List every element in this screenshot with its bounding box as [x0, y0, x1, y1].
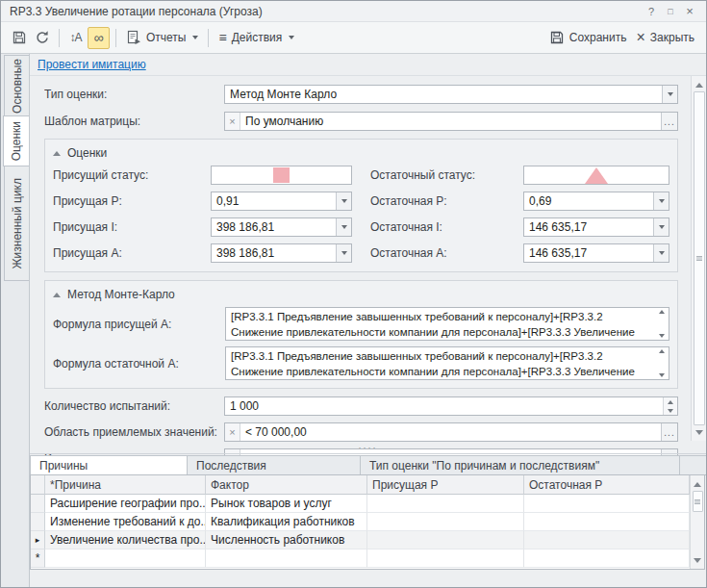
cell-factor[interactable]: Рынок товаров и услуг	[206, 495, 367, 513]
tab-evaluation-type[interactable]: Тип оценки "По причинам и последствиям"	[360, 455, 680, 474]
cell-residual-p[interactable]	[524, 513, 690, 531]
column-header-inherent-p[interactable]: Присущая P	[367, 475, 524, 495]
column-header-factor[interactable]: Фактор	[206, 475, 367, 495]
scrollbar-track[interactable]	[693, 491, 703, 553]
link-toggle-button[interactable]: ∞	[88, 27, 110, 49]
ellipsis-button[interactable]: ...	[661, 113, 677, 130]
inherent-a-combobox[interactable]: 398 186,81	[211, 243, 352, 263]
scrollbar-thumb[interactable]	[693, 491, 703, 512]
cell-cause[interactable]: Расширение географии про...	[45, 495, 206, 513]
inherent-i-combobox[interactable]: 398 186,81	[211, 217, 352, 237]
table-row[interactable]: Изменение требований к до... Квалификаци…	[31, 513, 690, 531]
residual-a-label: Остаточная A:	[370, 246, 523, 260]
side-tab-scores[interactable]: Оценки	[3, 115, 29, 166]
autofit-height-button[interactable]: ↕A	[64, 27, 87, 49]
cell-cause[interactable]: Увеличение количества про...	[45, 531, 206, 550]
cell-factor[interactable]: Квалификация работников	[206, 513, 367, 531]
scroll-up-icon[interactable]	[659, 349, 665, 353]
evaluation-type-combobox[interactable]: Метод Монте Карло	[224, 85, 678, 104]
monte-carlo-group-header[interactable]: Метод Монте-Карло	[53, 285, 669, 304]
tab-label: Последствия	[196, 459, 266, 473]
tab-consequences[interactable]: Последствия	[187, 455, 361, 474]
actions-dropdown-button[interactable]: ≡ Действия	[214, 27, 299, 49]
toolbar: ↕A ∞ Отчеты ≡ Действия Сохранить × Закры…	[1, 22, 706, 54]
trials-spinner-field[interactable]: 1 000	[224, 396, 678, 416]
side-tab-lifecycle[interactable]: Жизненный цикл	[4, 166, 29, 281]
residual-a-combobox[interactable]: 146 635,17	[523, 243, 669, 263]
scroll-up-icon	[694, 482, 701, 487]
side-tab-label: Жизненный цикл	[11, 178, 24, 268]
inherent-p-combobox[interactable]: 0,91	[211, 192, 352, 211]
scroll-up-icon[interactable]	[659, 310, 665, 314]
cell-inherent-p[interactable]	[367, 513, 524, 531]
inherent-i-label: Присущая I:	[53, 220, 211, 234]
cell-cause[interactable]: Изменение требований к до...	[45, 513, 206, 531]
cell-factor[interactable]	[206, 550, 367, 568]
refresh-button[interactable]	[31, 27, 53, 49]
cell-cause[interactable]	[45, 550, 206, 568]
residual-status-field[interactable]	[523, 166, 669, 185]
residual-formula-field[interactable]: [RP3.3.1 Предъявление завышенных требова…	[225, 346, 669, 380]
residual-status-label: Остаточный статус:	[370, 168, 523, 182]
scrollbar-thumb[interactable]	[694, 91, 705, 425]
residual-i-combobox[interactable]: 146 635,17	[523, 217, 669, 237]
dropdown-button[interactable]	[653, 192, 669, 210]
maximize-button[interactable]: □	[663, 7, 678, 16]
tab-causes[interactable]: Причины	[30, 455, 188, 474]
cell-inherent-p[interactable]	[367, 550, 524, 568]
app-window: RP3.3 Увеличение ротации персонала (Угро…	[0, 0, 707, 588]
scroll-down-icon[interactable]	[659, 334, 665, 338]
cell-residual-p[interactable]	[524, 495, 690, 513]
window-close-button[interactable]: ×	[682, 4, 697, 18]
type-label: Тип оценки:	[44, 88, 224, 101]
cell-residual-p[interactable]	[524, 550, 690, 568]
table-row-current[interactable]: ▸ Увеличение количества про... Численнос…	[31, 531, 690, 550]
cell-inherent-p[interactable]	[367, 531, 524, 550]
clear-button[interactable]: ×	[225, 113, 240, 130]
residual-i-value: 146 635,17	[524, 218, 653, 236]
save-icon-button[interactable]	[8, 27, 30, 49]
splitter-handle[interactable]: ····	[30, 441, 706, 454]
scroll-up-button[interactable]	[694, 78, 705, 91]
scroll-down-button[interactable]	[694, 425, 705, 439]
dropdown-button[interactable]	[662, 86, 677, 103]
table-new-row[interactable]: *	[31, 550, 690, 568]
scores-group-header[interactable]: Оценки	[53, 143, 669, 163]
save-button[interactable]: Сохранить	[544, 27, 632, 49]
matrix-template-field[interactable]: × По умолчанию ...	[224, 112, 678, 131]
column-header-cause[interactable]: *Причина	[45, 475, 206, 495]
clear-button[interactable]: ×	[225, 423, 240, 441]
dropdown-button[interactable]	[653, 218, 669, 236]
run-simulation-link[interactable]: Провести имитацию	[38, 58, 146, 71]
spin-down-icon	[668, 409, 673, 413]
toolbar-separator	[115, 29, 116, 47]
inherent-formula-field[interactable]: [RP3.3.1 Предъявление завышенных требова…	[225, 307, 669, 341]
reports-dropdown-button[interactable]: Отчеты	[121, 27, 203, 49]
scroll-up-button[interactable]	[692, 477, 703, 491]
residual-p-combobox[interactable]: 0,69	[523, 192, 669, 211]
scroll-down-button[interactable]	[692, 553, 703, 567]
form-scrollbar[interactable]	[691, 76, 706, 441]
scores-group-title: Оценки	[67, 146, 107, 160]
side-tab-main[interactable]: Основные	[4, 55, 29, 116]
dropdown-button[interactable]	[336, 244, 351, 262]
column-header-residual-p[interactable]: Остаточная P	[524, 475, 690, 495]
table-row[interactable]: Расширение географии про... Рынок товаро…	[31, 495, 690, 513]
help-button[interactable]: ?	[644, 6, 659, 17]
scrollbar-track[interactable]	[694, 91, 705, 425]
inherent-status-field[interactable]	[211, 166, 352, 185]
grid-scrollbar[interactable]	[690, 475, 704, 569]
dropdown-button[interactable]	[336, 192, 351, 210]
acceptable-range-field[interactable]: × < 70 000,00 ...	[224, 422, 678, 442]
close-button[interactable]: × Закрыть	[631, 27, 699, 49]
spinner-buttons[interactable]	[663, 397, 677, 415]
dropdown-button[interactable]	[653, 244, 669, 262]
scroll-down-icon[interactable]	[659, 373, 665, 377]
dropdown-button[interactable]	[336, 218, 351, 236]
cell-factor[interactable]: Численность работников	[206, 531, 367, 550]
ellipsis-button[interactable]: ...	[661, 423, 677, 441]
main-area: Основные Оценки Жизненный цикл Провести …	[1, 54, 706, 587]
cell-residual-p[interactable]	[524, 531, 690, 550]
status-triangle-icon	[585, 167, 608, 184]
cell-inherent-p[interactable]	[367, 495, 524, 513]
